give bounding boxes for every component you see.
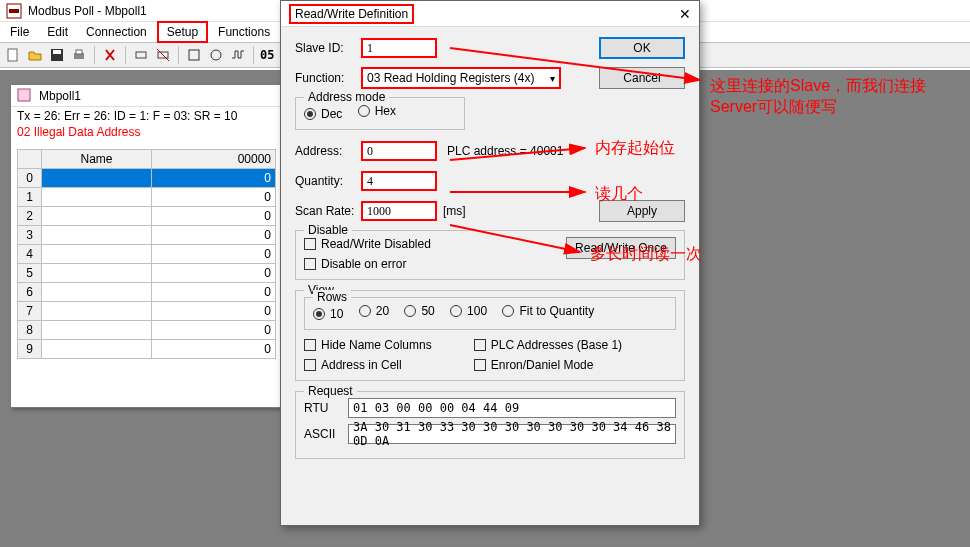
cell-value[interactable]: 0 [152, 245, 276, 264]
cell-name[interactable] [42, 169, 152, 188]
radio-rows-100[interactable]: 100 [450, 304, 487, 318]
cell-value[interactable]: 0 [152, 226, 276, 245]
tb-open-icon[interactable] [26, 46, 44, 64]
check-plc-addresses[interactable]: PLC Addresses (Base 1) [474, 338, 622, 352]
menu-functions[interactable]: Functions [210, 23, 278, 41]
row-number: 7 [18, 302, 42, 321]
row-number: 9 [18, 340, 42, 359]
menu-connection[interactable]: Connection [78, 23, 155, 41]
radio-dec[interactable]: Dec [304, 107, 342, 121]
function-select[interactable]: 03 Read Holding Registers (4x) ▾ [361, 67, 561, 89]
dialog-title: Read/Write Definition [289, 4, 414, 24]
row-number: 2 [18, 207, 42, 226]
table-row[interactable]: 00 [18, 169, 276, 188]
cell-name[interactable] [42, 245, 152, 264]
menu-edit[interactable]: Edit [39, 23, 76, 41]
error-line: 02 Illegal Data Address [11, 125, 282, 139]
scan-rate-unit: [ms] [443, 204, 466, 218]
cell-value[interactable]: 0 [152, 169, 276, 188]
slave-id-label: Slave ID: [295, 41, 361, 55]
ascii-label: ASCII [304, 427, 340, 441]
radio-rows-10[interactable]: 10 [313, 307, 343, 321]
menu-file[interactable]: File [2, 23, 37, 41]
child-title-bar[interactable]: Mbpoll1 [11, 85, 282, 107]
scan-rate-input[interactable] [361, 201, 437, 221]
tb-auto-icon[interactable] [207, 46, 225, 64]
table-row[interactable]: 80 [18, 321, 276, 340]
status-line: Tx = 26: Err = 26: ID = 1: F = 03: SR = … [11, 107, 282, 125]
function-label: Function: [295, 71, 361, 85]
tb-cut-icon[interactable] [101, 46, 119, 64]
check-rw-disabled[interactable]: Read/Write Disabled [304, 237, 431, 251]
table-row[interactable]: 50 [18, 264, 276, 283]
radio-rows-fit[interactable]: Fit to Quantity [502, 304, 594, 318]
ok-button[interactable]: OK [599, 37, 685, 59]
svg-point-11 [211, 50, 221, 60]
radio-rows-20[interactable]: 20 [359, 304, 389, 318]
read-write-definition-dialog: Read/Write Definition ✕ OK Cancel Slave … [280, 0, 700, 526]
cell-value[interactable]: 0 [152, 264, 276, 283]
col-value: 00000 [152, 150, 276, 169]
row-number: 3 [18, 226, 42, 245]
cell-name[interactable] [42, 302, 152, 321]
tb-pulse-icon[interactable] [229, 46, 247, 64]
cell-name[interactable] [42, 188, 152, 207]
svg-rect-12 [18, 89, 30, 101]
dialog-title-bar[interactable]: Read/Write Definition ✕ [281, 1, 699, 27]
table-row[interactable]: 30 [18, 226, 276, 245]
address-input[interactable] [361, 141, 437, 161]
cell-name[interactable] [42, 321, 152, 340]
cell-name[interactable] [42, 340, 152, 359]
scan-rate-label: Scan Rate: [295, 204, 361, 218]
slave-id-input[interactable] [361, 38, 437, 58]
table-row[interactable]: 90 [18, 340, 276, 359]
cell-name[interactable] [42, 283, 152, 302]
menu-setup[interactable]: Setup [157, 21, 208, 43]
table-row[interactable]: 40 [18, 245, 276, 264]
cell-value[interactable]: 0 [152, 283, 276, 302]
cell-name[interactable] [42, 264, 152, 283]
rtu-value: 01 03 00 00 00 04 44 09 [348, 398, 676, 418]
tb-print-icon[interactable] [70, 46, 88, 64]
cell-value[interactable]: 0 [152, 321, 276, 340]
cell-name[interactable] [42, 226, 152, 245]
tb-connect-icon[interactable] [132, 46, 150, 64]
data-grid[interactable]: Name 00000 00102030405060708090 [17, 149, 276, 401]
check-address-in-cell[interactable]: Address in Cell [304, 358, 432, 372]
cell-value[interactable]: 0 [152, 302, 276, 321]
read-write-once-button[interactable]: Read/Write Once [566, 237, 676, 259]
cell-value[interactable]: 0 [152, 207, 276, 226]
cell-value[interactable]: 0 [152, 340, 276, 359]
row-number: 5 [18, 264, 42, 283]
tb-def-icon[interactable] [185, 46, 203, 64]
check-disable-on-error[interactable]: Disable on error [304, 257, 431, 271]
svg-rect-1 [9, 9, 19, 13]
close-icon[interactable]: ✕ [679, 6, 691, 22]
apply-button[interactable]: Apply [599, 200, 685, 222]
tb-new-icon[interactable] [4, 46, 22, 64]
window-title: Modbus Poll - Mbpoll1 [28, 4, 147, 18]
row-number: 0 [18, 169, 42, 188]
disable-legend: Disable [304, 223, 352, 237]
check-hide-name[interactable]: Hide Name Columns [304, 338, 432, 352]
radio-hex[interactable]: Hex [358, 104, 396, 118]
cell-value[interactable]: 0 [152, 188, 276, 207]
svg-rect-7 [136, 52, 146, 58]
table-row[interactable]: 60 [18, 283, 276, 302]
tb-save-icon[interactable] [48, 46, 66, 64]
row-number: 4 [18, 245, 42, 264]
cancel-button[interactable]: Cancel [599, 67, 685, 89]
rows-legend: Rows [313, 290, 351, 304]
quantity-label: Quantity: [295, 174, 361, 188]
tb-disconnect-icon[interactable] [154, 46, 172, 64]
quantity-input[interactable] [361, 171, 437, 191]
cell-name[interactable] [42, 207, 152, 226]
table-row[interactable]: 10 [18, 188, 276, 207]
svg-rect-10 [189, 50, 199, 60]
table-row[interactable]: 70 [18, 302, 276, 321]
svg-line-9 [157, 49, 169, 61]
radio-rows-50[interactable]: 50 [404, 304, 434, 318]
table-row[interactable]: 20 [18, 207, 276, 226]
rtu-label: RTU [304, 401, 340, 415]
check-enron[interactable]: Enron/Daniel Mode [474, 358, 622, 372]
